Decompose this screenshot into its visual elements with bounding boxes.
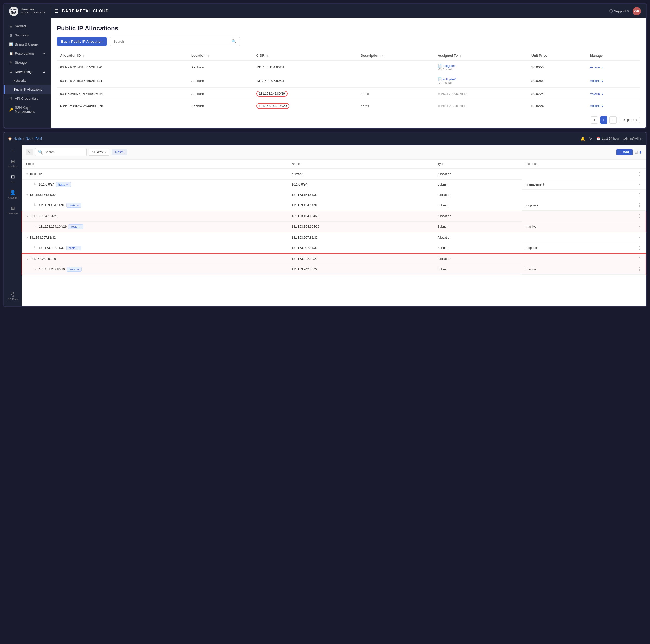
telescope-icon: ⊞: [11, 205, 15, 211]
sidebar-item-ssh[interactable]: 🔑 SSH Keys Management: [4, 103, 51, 116]
indent-line: └: [34, 268, 36, 271]
ipam-prefix-cell: ∨ 131.153.154.104/29: [22, 211, 288, 222]
prev-page-button[interactable]: ‹: [591, 116, 598, 124]
per-page-selector[interactable]: 10 / page ∨: [619, 117, 640, 123]
close-button[interactable]: ✕: [26, 149, 33, 155]
sort-icon[interactable]: ⇅: [83, 55, 85, 57]
search-input[interactable]: [113, 39, 229, 43]
toolbar: Buy a Public IP Allocation 🔍: [57, 37, 640, 46]
expand-chevron[interactable]: ∨: [26, 193, 28, 197]
buy-button[interactable]: Buy a Public IP Allocation: [57, 37, 107, 45]
assigned-sub: s2.c1.small: [438, 81, 525, 84]
assigned-name[interactable]: softgate2: [443, 77, 456, 81]
actions-button[interactable]: Actions ∨: [590, 104, 637, 108]
more-options-icon[interactable]: ⋮: [638, 182, 642, 187]
more-options-icon[interactable]: ⋮: [637, 214, 641, 218]
nav-item-accounts[interactable]: 👤 Accounts: [5, 187, 21, 202]
assigned-name[interactable]: softgate1: [443, 64, 456, 68]
ipam-table-row: └ 10.1.0.0/24 hosts → 10.1.0.0/24 Subnet…: [22, 179, 646, 190]
actions-button[interactable]: Actions ∨: [590, 79, 637, 83]
expand-chevron[interactable]: ∨: [26, 172, 28, 176]
cidr-cell: 131.153.154.60/31: [253, 60, 358, 74]
sites-select[interactable]: All Sites ∨: [89, 149, 109, 156]
hosts-button[interactable]: hosts →: [67, 267, 82, 272]
expand-button[interactable]: ›: [12, 148, 13, 153]
not-assigned-label: NOT ASSIGNED: [441, 92, 467, 96]
more-options-icon[interactable]: ⋮: [638, 245, 642, 250]
add-label: Add: [623, 150, 629, 154]
breadcrumb-netris[interactable]: Netris: [13, 137, 22, 140]
sidebar-item-servers[interactable]: ⊞ Servers: [4, 22, 51, 31]
more-options-icon[interactable]: ⋮: [637, 224, 641, 229]
ssh-label: SSH Keys Management: [15, 106, 45, 113]
allocation-id-cell: 63da5a98d7527f74d9f069c8: [57, 100, 188, 112]
nav-item-net[interactable]: ⊟ Net: [5, 171, 21, 186]
hosts-button[interactable]: hosts →: [68, 224, 83, 229]
support-button[interactable]: ⓘ Support ∨: [609, 9, 629, 13]
assigned-icon-name: 📄 softgate2: [438, 77, 525, 81]
page-1-button[interactable]: 1: [600, 116, 607, 124]
refresh-icon[interactable]: ↻: [589, 137, 592, 141]
hosts-button[interactable]: hosts →: [56, 182, 71, 187]
table-header-row: Allocation ID ⇅ Location ⇅ CIDR ⇅ Descri…: [57, 51, 640, 60]
ipam-toolbar: ✕ 🔍 All Sites ∨ Reset + Add ⊞ ⬇: [22, 145, 646, 160]
services-label: Services: [8, 165, 17, 168]
assigned-sub: s2.c1.small: [438, 68, 525, 71]
expand-chevron[interactable]: ∨: [26, 214, 28, 218]
next-page-button[interactable]: ›: [609, 116, 617, 124]
more-options-icon[interactable]: ⋮: [638, 235, 642, 240]
expand-chevron[interactable]: ∨: [26, 257, 28, 261]
ipam-type-cell: Subnet: [433, 264, 522, 275]
sort-icon[interactable]: ⇅: [460, 55, 462, 57]
more-options-icon[interactable]: ⋮: [638, 192, 642, 197]
download-icon[interactable]: ⬇: [639, 150, 642, 154]
sidebar-item-solutions[interactable]: ◎ Solutions: [4, 31, 51, 40]
ipam-search-input[interactable]: [45, 150, 84, 154]
not-assigned-label: NOT ASSIGNED: [441, 104, 467, 108]
more-options-icon[interactable]: ⋮: [637, 267, 641, 272]
bell-icon[interactable]: 🔔: [581, 137, 585, 141]
add-button[interactable]: + Add: [616, 149, 633, 155]
hosts-button[interactable]: hosts →: [66, 203, 81, 208]
sort-icon[interactable]: ⇅: [382, 55, 384, 57]
nav-item-services[interactable]: ⊞ Services: [5, 156, 21, 170]
sidebar-item-public-ip[interactable]: Public IP Allocations: [4, 85, 51, 94]
sidebar-item-networks[interactable]: Networks: [4, 76, 51, 85]
admin-select[interactable]: admin@All ∨: [623, 137, 642, 140]
reset-button[interactable]: Reset: [112, 149, 127, 155]
avatar[interactable]: GP: [633, 7, 641, 15]
hosts-button[interactable]: hosts →: [66, 246, 81, 250]
admin-chevron: ∨: [640, 137, 642, 140]
nav-item-telescope[interactable]: ⊞ Telescope: [5, 203, 21, 217]
app-title: BARE METAL CLOUD: [62, 9, 610, 13]
billing-label: Billing & Usage: [15, 42, 38, 46]
ipam-prefix-cell: ∨ 131.153.207.81/32: [22, 232, 288, 243]
net-icon: ⊟: [11, 174, 15, 180]
actions-button[interactable]: Actions ∨: [590, 92, 637, 96]
sidebar-item-networking[interactable]: ⊕ Networking ∧: [4, 67, 51, 76]
sort-icon[interactable]: ⇅: [208, 55, 210, 57]
prefix-value: 131.153.207.81/32: [39, 246, 65, 250]
nav-item-api-docs[interactable]: {} API Docs: [5, 289, 21, 303]
more-options-icon[interactable]: ⋮: [637, 256, 641, 261]
sidebar-item-billing[interactable]: 📊 Billing & Usage: [4, 40, 51, 49]
support-icon: ⓘ: [609, 9, 613, 13]
sidebar-item-storage[interactable]: 🗄 Storage: [4, 58, 51, 67]
actions-button[interactable]: Actions ∨: [590, 66, 637, 69]
calendar-icon: 📅: [597, 137, 600, 140]
add-plus: +: [620, 150, 622, 154]
hamburger-icon[interactable]: ☰: [55, 8, 59, 14]
ipam-table-row: ∨ 131.153.242.80/29 131.153.242.80/29 Al…: [22, 253, 646, 264]
grid-view-icon[interactable]: ⊞: [635, 150, 638, 154]
breadcrumb-net[interactable]: Net: [26, 137, 31, 140]
expand-chevron[interactable]: ∨: [26, 236, 28, 239]
more-options-icon[interactable]: ⋮: [638, 203, 642, 208]
sidebar: ⊞ Servers ◎ Solutions 📊 Billing & Usage …: [4, 19, 51, 128]
breadcrumb-ipam[interactable]: IPAM: [35, 137, 42, 140]
more-options-icon[interactable]: ⋮: [638, 171, 642, 176]
sort-icon[interactable]: ⇅: [266, 55, 268, 57]
sidebar-item-reservations[interactable]: 📋 Reservations ∨: [4, 49, 51, 58]
sidebar-item-api[interactable]: ⚙ API Credentials: [4, 94, 51, 103]
search-icon: 🔍: [231, 39, 237, 44]
ipam-purpose-cell: loopback ⋮: [522, 200, 646, 210]
